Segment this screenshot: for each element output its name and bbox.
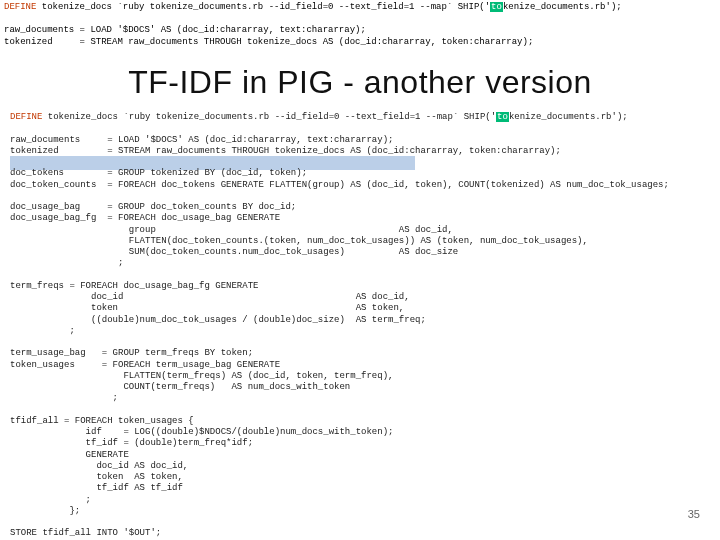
top-code-fragment: DEFINE tokenize_docs `ruby tokenize_docu…: [4, 2, 716, 49]
c01a: tokenize_docs `ruby tokenize_documents.r…: [48, 112, 496, 122]
frag-line3: tokenized = STREAM raw_documents THROUGH…: [4, 37, 533, 47]
c33: token AS token,: [10, 472, 183, 482]
c01c: kenize_documents.rb');: [509, 112, 628, 122]
c03: raw_documents = LOAD '$DOCS' AS (doc_id:…: [10, 135, 393, 145]
c31: GENERATE: [10, 450, 129, 460]
c09: doc_usage_bag = GROUP doc_token_counts B…: [10, 202, 296, 212]
c14: ;: [10, 258, 123, 268]
c23: token_usages = FOREACH term_usage_bag GE…: [10, 360, 280, 370]
c34: tf_idf AS tf_idf: [10, 483, 183, 493]
frag-line1-hl: to: [490, 2, 503, 12]
c32: doc_id AS doc_id,: [10, 461, 188, 471]
c35: ;: [10, 495, 91, 505]
c30: tf_idf = (double)term_freq*idf;: [10, 438, 253, 448]
c16: term_freqs = FOREACH doc_usage_bag_fg GE…: [10, 281, 258, 291]
c11: group AS doc_id,: [10, 225, 453, 235]
pig-code-block: DEFINE tokenize_docs `ruby tokenize_docu…: [10, 112, 710, 540]
c06: doc_tokens = GROUP tokenized BY (doc_id,…: [10, 168, 307, 178]
c38: STORE tfidf_all INTO '$OUT';: [10, 528, 161, 538]
c26: ;: [10, 393, 118, 403]
c10: doc_usage_bag_fg = FOREACH doc_usage_bag…: [10, 213, 280, 223]
frag-line1-pre: tokenize_docs `ruby tokenize_documents.r…: [42, 2, 490, 12]
slide-title: TF-IDF in PIG - another version: [0, 64, 720, 101]
c01b: to: [496, 112, 509, 122]
c07: doc_token_counts = FOREACH doc_tokens GE…: [10, 180, 669, 190]
c28: tfidf_all = FOREACH token_usages {: [10, 416, 194, 426]
page-number: 35: [688, 508, 700, 520]
frag-line2: raw_documents = LOAD '$DOCS' AS (doc_id:…: [4, 25, 366, 35]
c04: tokenized = STREAM raw_documents THROUGH…: [10, 146, 561, 156]
c24: FLATTEN(term_freqs) AS (doc_id, token, t…: [10, 371, 393, 381]
frag-line1-post: kenize_documents.rb');: [503, 2, 622, 12]
c20: ;: [10, 326, 75, 336]
c18: token AS token,: [10, 303, 404, 313]
c36: };: [10, 506, 80, 516]
c22: term_usage_bag = GROUP term_freqs BY tok…: [10, 348, 253, 358]
c17: doc_id AS doc_id,: [10, 292, 410, 302]
slide: DEFINE tokenize_docs `ruby tokenize_docu…: [0, 0, 720, 540]
c19: ((double)num_doc_tok_usages / (double)do…: [10, 315, 426, 325]
c29: idf = LOG((double)$NDOCS/(double)num_doc…: [10, 427, 393, 437]
c25: COUNT(term_freqs) AS num_docs_with_token: [10, 382, 350, 392]
c12: FLATTEN(doc_token_counts.(token, num_doc…: [10, 236, 588, 246]
c13: SUM(doc_token_counts.num_doc_tok_usages)…: [10, 247, 458, 257]
